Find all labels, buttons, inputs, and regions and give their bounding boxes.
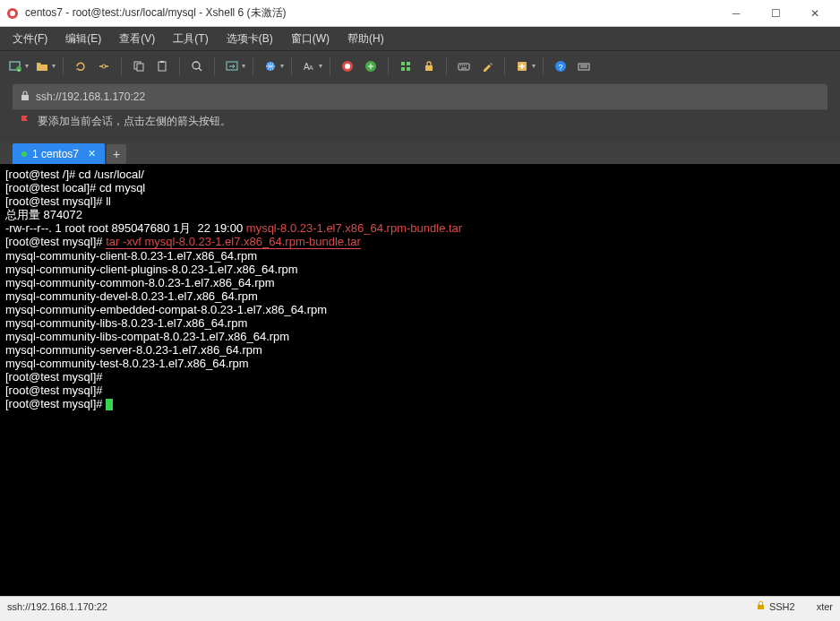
status-dot-icon [21, 151, 27, 157]
paste-icon[interactable] [152, 56, 172, 76]
minimize-button[interactable]: ─ [716, 1, 756, 26]
svg-text:+: + [17, 67, 21, 73]
highlight-icon[interactable] [477, 56, 497, 76]
svg-rect-28 [21, 95, 29, 100]
dropdown-icon[interactable]: ▾ [319, 62, 322, 70]
toolbar: +▾ ▾ ▾ ▾ AA▾ ▾ ? [0, 50, 840, 81]
transfer-icon[interactable] [222, 56, 242, 76]
terminal-line: [root@test /]# cd /usr/local/ [5, 168, 835, 181]
reconnect-icon[interactable] [71, 56, 90, 76]
terminal-line: mysql-community-client-8.0.23-1.el7.x86_… [5, 249, 835, 263]
terminal-line: mysql-community-server-8.0.23-1.el7.x86_… [5, 343, 835, 357]
terminal-line: -rw-r--r--. 1 root root 895047680 1月 22 … [5, 221, 835, 235]
status-ssh: SSH2 [769, 601, 795, 612]
tile-icon[interactable] [396, 56, 416, 76]
terminal-line: [root@test local]# cd mysql [5, 181, 835, 194]
svg-rect-22 [425, 65, 433, 71]
xshell-icon[interactable] [338, 56, 357, 76]
menu-edit[interactable]: 编辑(E) [56, 28, 110, 50]
lock-icon [756, 600, 766, 612]
svg-text:A: A [309, 65, 313, 71]
menu-window[interactable]: 窗口(W) [282, 28, 339, 50]
app-icon [5, 6, 20, 21]
tab-close-icon[interactable]: ✕ [88, 148, 96, 160]
hint-text: 要添加当前会话，点击左侧的箭头按钮。 [38, 114, 231, 129]
titlebar: centos7 - root@test:/usr/local/mysql - X… [0, 0, 840, 27]
terminal-line: mysql-community-libs-compat-8.0.23-1.el7… [5, 330, 835, 343]
svg-rect-18 [401, 62, 405, 65]
status-term: xter [817, 601, 833, 612]
terminal-line: [root@test mysql]# [5, 370, 835, 384]
svg-rect-21 [407, 67, 410, 71]
svg-point-1 [10, 11, 15, 16]
window-title: centos7 - root@test:/usr/local/mysql - X… [25, 5, 716, 21]
terminal-line: [root@test mysql]# [5, 384, 835, 397]
lock-icon[interactable] [419, 56, 439, 76]
terminal-line: mysql-community-client-plugins-8.0.23-1.… [5, 263, 835, 276]
terminal-cursor [106, 399, 113, 410]
menu-help[interactable]: 帮助(H) [339, 28, 393, 50]
tab-label: 1 centos7 [32, 148, 79, 160]
arrow-flag-icon[interactable] [20, 114, 32, 128]
new-session-icon[interactable]: + [5, 56, 25, 76]
terminal-line: mysql-community-libs-8.0.23-1.el7.x86_64… [5, 316, 835, 330]
dropdown-icon[interactable]: ▾ [280, 62, 284, 70]
keyboard-icon[interactable] [454, 56, 474, 76]
search-icon[interactable] [187, 56, 207, 76]
add-button-icon[interactable] [512, 56, 532, 76]
maximize-button[interactable]: ☐ [756, 1, 795, 26]
svg-point-10 [193, 62, 200, 69]
svg-point-16 [345, 64, 350, 69]
terminal-line: [root@test mysql]# tar -xvf mysql-8.0.23… [5, 235, 835, 249]
terminal-line: mysql-community-common-8.0.23-1.el7.x86_… [5, 276, 835, 289]
lock-icon [20, 89, 30, 105]
svg-text:?: ? [558, 63, 562, 72]
terminal-line: [root@test mysql]# [5, 397, 835, 410]
copy-icon[interactable] [129, 56, 149, 76]
menu-tabs[interactable]: 选项卡(B) [218, 28, 282, 50]
hint-bar: 要添加当前会话，点击左侧的箭头按钮。 [13, 110, 827, 135]
add-tab-button[interactable]: + [107, 144, 126, 164]
settings-icon[interactable] [574, 56, 594, 76]
menubar: 文件(F) 编辑(E) 查看(V) 工具(T) 选项卡(B) 窗口(W) 帮助(… [0, 27, 840, 50]
svg-rect-23 [459, 64, 469, 70]
disconnect-icon[interactable] [94, 56, 114, 76]
close-button[interactable]: ✕ [795, 1, 835, 26]
dropdown-icon[interactable]: ▾ [532, 62, 536, 70]
terminal-line: [root@test mysql]# ll [5, 194, 835, 208]
dropdown-icon[interactable]: ▾ [242, 62, 245, 70]
help-icon[interactable]: ? [551, 56, 570, 76]
svg-rect-19 [407, 62, 410, 65]
terminal-line: mysql-community-devel-8.0.23-1.el7.x86_6… [5, 289, 835, 303]
tab-strip: 1 centos7 ✕ + [0, 142, 840, 164]
svg-rect-8 [159, 62, 166, 71]
terminal-line: 总用量 874072 [5, 208, 835, 221]
terminal-line: mysql-community-embedded-compat-8.0.23-1… [5, 303, 835, 316]
address-bar[interactable]: ssh://192.168.1.170:22 [13, 83, 827, 110]
svg-rect-7 [137, 64, 143, 71]
menu-file[interactable]: 文件(F) [4, 28, 56, 50]
menu-view[interactable]: 查看(V) [110, 28, 164, 50]
svg-rect-9 [160, 61, 164, 63]
xftp-icon[interactable] [361, 56, 381, 76]
status-address: ssh://192.168.1.170:22 [7, 601, 107, 612]
font-icon[interactable]: AA [299, 56, 319, 76]
terminal-output[interactable]: [root@test /]# cd /usr/local/[root@test … [0, 164, 840, 596]
globe-icon[interactable] [261, 56, 280, 76]
open-folder-icon[interactable] [32, 56, 52, 76]
address-url: ssh://192.168.1.170:22 [36, 91, 145, 103]
svg-rect-29 [758, 605, 764, 609]
dropdown-icon[interactable]: ▾ [52, 62, 56, 70]
menu-tools[interactable]: 工具(T) [164, 28, 217, 50]
svg-rect-20 [401, 67, 405, 71]
dropdown-icon[interactable]: ▾ [25, 62, 29, 70]
session-tab[interactable]: 1 centos7 ✕ [13, 143, 105, 164]
terminal-line: mysql-community-test-8.0.23-1.el7.x86_64… [5, 357, 835, 370]
status-bar: ssh://192.168.1.170:22 SSH2 xter [0, 596, 840, 616]
